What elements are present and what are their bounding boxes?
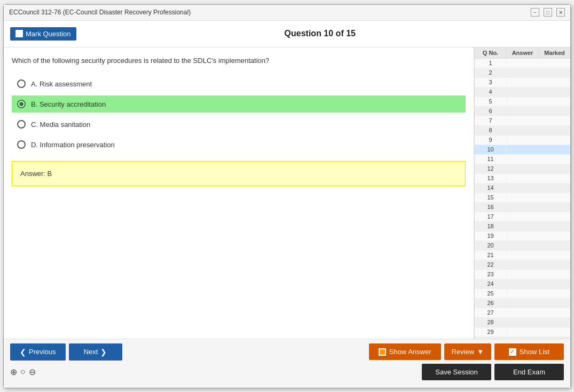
q-list-rows: 1234567891011121314151617181920212223242… [475, 59, 570, 339]
q-list-row[interactable]: 22 [475, 260, 570, 270]
next-arrow-icon: ❯ [100, 348, 107, 356]
q-header-num: Q No. [475, 47, 507, 58]
q-list-row[interactable]: 14 [475, 183, 570, 193]
next-button[interactable]: Next ❯ [69, 343, 122, 361]
q-list-num: 20 [475, 242, 507, 249]
question-list-panel: Q No. Answer Marked 12345678910111213141… [474, 47, 570, 339]
bottom-controls: ❮ Previous Next ❯ Show Answer Review ▼ ✓… [4, 339, 570, 388]
q-list-num: 21 [475, 252, 507, 258]
q-list-num: 23 [475, 271, 507, 277]
q-list-num: 17 [475, 213, 507, 220]
show-list-check-icon: ✓ [509, 348, 516, 356]
main-window: ECCouncil 312-76 (EC-Council Disaster Re… [3, 4, 571, 388]
q-list-num: 27 [475, 309, 507, 316]
show-answer-icon [379, 348, 386, 356]
mark-checkbox-icon: ■ [15, 30, 23, 37]
q-list-row[interactable]: 27 [475, 308, 570, 318]
q-list-row[interactable]: 10 [475, 145, 570, 155]
option-a[interactable]: A. Risk assessment [12, 75, 466, 92]
save-session-button[interactable]: Save Session [422, 364, 491, 380]
main-content: Which of the following security procedur… [4, 47, 570, 339]
maximize-button[interactable]: □ [544, 8, 552, 17]
option-a-radio[interactable] [17, 79, 26, 88]
mark-question-button[interactable]: ■ Mark Question [10, 27, 76, 41]
window-title: ECCouncil 312-76 (EC-Council Disaster Re… [9, 9, 191, 16]
q-list-row[interactable]: 5 [475, 97, 570, 107]
q-list-row[interactable]: 29 [475, 327, 570, 337]
prev-arrow-icon: ❮ [20, 348, 26, 356]
review-dropdown-icon: ▼ [477, 348, 484, 356]
q-list-row[interactable]: 24 [475, 279, 570, 289]
zoom-in-button[interactable]: ⊕ [10, 367, 17, 377]
zoom-out-button[interactable]: ⊖ [29, 367, 36, 377]
q-list-row[interactable]: 2 [475, 68, 570, 78]
q-list-row[interactable]: 11 [475, 155, 570, 164]
q-list-row[interactable]: 17 [475, 212, 570, 222]
q-list-row[interactable]: 16 [475, 203, 570, 212]
q-list-row[interactable]: 4 [475, 87, 570, 97]
question-title: Question 10 of 15 [76, 29, 564, 38]
save-session-label: Save Session [435, 368, 478, 376]
q-list-row[interactable]: 9 [475, 135, 570, 145]
q-list-row[interactable]: 1 [475, 59, 570, 68]
q-list-num: 15 [475, 194, 507, 201]
q-list-num: 4 [475, 89, 507, 95]
q-list-num: 3 [475, 79, 507, 85]
option-c-label: C. Media sanitation [31, 121, 90, 129]
review-button[interactable]: Review ▼ [444, 343, 492, 360]
q-list-num: 11 [475, 156, 507, 162]
q-list-row[interactable]: 12 [475, 164, 570, 174]
q-list-num: 19 [475, 233, 507, 239]
q-list-num: 8 [475, 127, 507, 133]
q-list-num: 10 [475, 146, 507, 153]
toolbar: ■ Mark Question Question 10 of 15 [4, 21, 570, 47]
q-list-row[interactable]: 26 [475, 299, 570, 308]
option-d-radio[interactable] [17, 140, 26, 149]
q-list-row[interactable]: 18 [475, 222, 570, 231]
end-exam-label: End Exam [513, 368, 545, 376]
q-list-num: 9 [475, 137, 507, 143]
show-answer-button[interactable]: Show Answer [369, 343, 441, 360]
q-list-num: 5 [475, 98, 507, 105]
q-list-row[interactable]: 28 [475, 318, 570, 327]
minimize-button[interactable]: − [531, 8, 539, 17]
previous-label: Previous [29, 348, 56, 356]
q-list-row[interactable]: 15 [475, 193, 570, 203]
q-header-marked: Marked [539, 47, 570, 58]
q-list-row[interactable]: 20 [475, 241, 570, 251]
q-list-num: 13 [475, 175, 507, 181]
q-list-num: 29 [475, 329, 507, 335]
q-list-row[interactable]: 23 [475, 270, 570, 279]
q-list-row[interactable]: 21 [475, 251, 570, 260]
option-b[interactable]: B. Security accreditation [12, 95, 466, 113]
show-list-label: Show List [520, 348, 549, 356]
q-list-num: 24 [475, 281, 507, 287]
q-list-row[interactable]: 13 [475, 174, 570, 183]
q-list-num: 26 [475, 300, 507, 306]
answer-box: Answer: B [12, 161, 466, 186]
option-c[interactable]: C. Media sanitation [12, 116, 466, 133]
q-list-row[interactable]: 25 [475, 289, 570, 299]
option-b-radio[interactable] [17, 100, 26, 108]
q-list-row[interactable]: 19 [475, 231, 570, 241]
q-list-num: 28 [475, 319, 507, 325]
q-list-row[interactable]: 3 [475, 78, 570, 87]
mark-question-label: Mark Question [26, 30, 71, 38]
q-list-num: 18 [475, 223, 507, 229]
end-exam-button[interactable]: End Exam [494, 364, 564, 380]
q-list-row[interactable]: 6 [475, 107, 570, 116]
option-d[interactable]: D. Information preservation [12, 136, 466, 153]
option-b-label: B. Security accreditation [31, 100, 106, 108]
show-list-button[interactable]: ✓ Show List [494, 343, 564, 360]
question-text: Which of the following security procedur… [12, 55, 466, 66]
close-button[interactable]: ✕ [556, 8, 565, 17]
previous-button[interactable]: ❮ Previous [10, 343, 66, 361]
q-list-num: 7 [475, 117, 507, 124]
q-list-num: 25 [475, 290, 507, 297]
zoom-reset-button[interactable]: ○ [20, 367, 26, 377]
option-c-radio[interactable] [17, 120, 26, 129]
show-answer-label: Show Answer [389, 348, 431, 356]
q-list-num: 14 [475, 185, 507, 191]
q-list-row[interactable]: 7 [475, 116, 570, 126]
q-list-row[interactable]: 8 [475, 126, 570, 135]
